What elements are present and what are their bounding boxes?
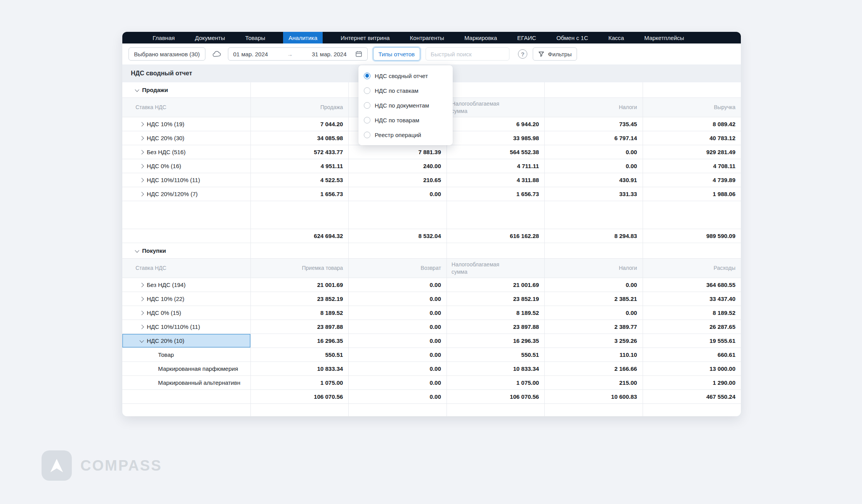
- chevron-right-icon: [139, 297, 144, 301]
- value-cell: 1 656.73: [447, 187, 545, 201]
- value-cell: 16 296.35: [251, 334, 349, 348]
- nav-tab-5[interactable]: Интернет витрина: [338, 32, 392, 43]
- nav-tab-9[interactable]: Обмен с 1С: [554, 32, 591, 43]
- cloud-icon[interactable]: [211, 48, 222, 60]
- row-toggle[interactable]: НДС 0% (16): [122, 159, 251, 173]
- nav-tab-10[interactable]: Касса: [606, 32, 626, 43]
- filters-button-label: Фильтры: [548, 51, 572, 57]
- empty-cell: [251, 243, 349, 259]
- row-toggle[interactable]: Без НДС (516): [122, 145, 251, 159]
- report-types-dropdown: НДС сводный отчетНДС по ставкамНДС по до…: [358, 65, 453, 145]
- row-toggle[interactable]: НДС 10%/110% (11): [122, 173, 251, 187]
- nav-tab-3[interactable]: Товары: [243, 32, 268, 43]
- toolbar: Выбрано магазинов (30) 01 мар. 2024 → 31…: [122, 43, 741, 64]
- chevron-right-icon: [139, 325, 144, 329]
- empty-cell: [447, 243, 545, 259]
- value-cell: 8 189.52: [643, 306, 741, 320]
- value-cell: 4 951.11: [251, 159, 349, 173]
- empty-cell: [447, 82, 545, 98]
- value-cell: 10 833.34: [447, 362, 545, 376]
- total-cell: 106 070.56: [251, 390, 349, 404]
- report-type-option[interactable]: НДС сводный отчет: [358, 68, 453, 83]
- empty-cell: [349, 201, 447, 229]
- quick-search-input[interactable]: [426, 47, 509, 61]
- child-row-label[interactable]: Маркированный альтернативн: [122, 376, 251, 390]
- value-cell: 19 555.61: [643, 334, 741, 348]
- nav-tab-1[interactable]: Главная: [150, 32, 177, 43]
- report-type-option[interactable]: НДС по товарам: [358, 113, 453, 127]
- row-toggle[interactable]: НДС 10%/110% (11): [122, 320, 251, 334]
- column-header: Налоги: [545, 259, 643, 278]
- nav-tab-4[interactable]: Аналитика: [283, 32, 323, 43]
- filters-button[interactable]: Фильтры: [533, 47, 577, 61]
- value-cell: 2 385.21: [545, 292, 643, 306]
- child-row-label[interactable]: Товар: [122, 348, 251, 362]
- empty-cell: [251, 404, 349, 416]
- table-row: НДС 10%/110% (11)4 522.53210.654 311.884…: [122, 173, 741, 187]
- row-label: НДС 20% (10): [147, 337, 184, 344]
- total-cell: 989 590.09: [643, 229, 741, 243]
- value-cell: 7 881.39: [349, 145, 447, 159]
- value-cell: 33 985.98: [447, 131, 545, 145]
- value-cell: 4 711.11: [447, 159, 545, 173]
- row-toggle[interactable]: НДС 20%/120% (7): [122, 187, 251, 201]
- value-cell: 929 281.49: [643, 145, 741, 159]
- row-toggle[interactable]: НДС 10% (19): [122, 117, 251, 131]
- empty-cell: [349, 404, 447, 416]
- value-cell: 34 085.98: [251, 131, 349, 145]
- chevron-right-icon: [139, 150, 144, 154]
- row-label: НДС 10%/110% (11): [147, 177, 200, 183]
- value-cell: 735.45: [545, 117, 643, 131]
- nav-tab-7[interactable]: Маркировка: [462, 32, 499, 43]
- spacer-row: [122, 201, 741, 229]
- value-cell: 6 797.14: [545, 131, 643, 145]
- nav-tab-11[interactable]: Маркетплейсы: [642, 32, 686, 43]
- report-types-button[interactable]: Типы отчетов: [373, 47, 421, 61]
- empty-cell: [251, 82, 349, 98]
- row-label: НДС 10% (19): [147, 121, 184, 127]
- table-child-row: Маркированная парфюмерия10 833.340.0010 …: [122, 362, 741, 376]
- row-toggle[interactable]: НДС 20% (10): [122, 334, 251, 348]
- nav-tab-6[interactable]: Контрагенты: [408, 32, 447, 43]
- column-header: Налогооблагаемая сумма: [447, 259, 545, 278]
- row-toggle[interactable]: НДС 10% (22): [122, 292, 251, 306]
- row-toggle[interactable]: Без НДС (194): [122, 278, 251, 292]
- value-cell: 8 189.52: [447, 306, 545, 320]
- stores-filter-button[interactable]: Выбрано магазинов (30): [129, 47, 205, 61]
- report-type-option[interactable]: НДС по документам: [358, 98, 453, 113]
- chevron-down-icon: [139, 338, 144, 342]
- report-type-option[interactable]: Реестр операций: [358, 127, 453, 142]
- child-row-label[interactable]: Маркированная парфюмерия: [122, 362, 251, 376]
- value-cell: 331.33: [545, 187, 643, 201]
- value-cell: 572 433.77: [251, 145, 349, 159]
- report-type-option[interactable]: НДС по ставкам: [358, 83, 453, 98]
- section-toggle[interactable]: Покупки: [122, 243, 251, 259]
- section-toggle[interactable]: Продажи: [122, 82, 251, 98]
- row-toggle[interactable]: НДС 0% (15): [122, 306, 251, 320]
- nav-tab-2[interactable]: Документы: [193, 32, 227, 43]
- report-type-label: НДС по документам: [375, 102, 429, 109]
- date-from-value[interactable]: 01 мар. 2024: [233, 51, 268, 57]
- value-cell: 4 708.11: [643, 159, 741, 173]
- row-label: НДС 0% (15): [147, 309, 181, 316]
- nav-tab-8[interactable]: ЕГАИС: [515, 32, 539, 43]
- compass-logo: COMPASS: [42, 450, 162, 481]
- date-range-control[interactable]: 01 мар. 2024 → 31 мар. 2024: [228, 47, 368, 61]
- value-cell: 0.00: [349, 376, 447, 390]
- value-cell: 210.65: [349, 173, 447, 187]
- empty-cell: [643, 201, 741, 229]
- main-nav: ГлавнаяДокументыТоварыАналитикаИнтернет …: [122, 32, 741, 43]
- row-toggle[interactable]: НДС 20% (30): [122, 131, 251, 145]
- table-row: НДС 0% (16)4 951.11240.004 711.110.004 7…: [122, 159, 741, 173]
- radio-icon: [364, 73, 370, 79]
- empty-cell: [349, 243, 447, 259]
- value-cell: 0.00: [349, 187, 447, 201]
- help-icon[interactable]: ?: [518, 49, 527, 59]
- empty-cell: [545, 201, 643, 229]
- column-header: Возврат: [349, 259, 447, 278]
- section-row: Покупки: [122, 243, 741, 259]
- value-cell: 10 833.34: [251, 362, 349, 376]
- date-to-value[interactable]: 31 мар. 2024: [312, 51, 347, 57]
- value-cell: 33 437.40: [643, 292, 741, 306]
- calendar-icon[interactable]: [355, 50, 362, 57]
